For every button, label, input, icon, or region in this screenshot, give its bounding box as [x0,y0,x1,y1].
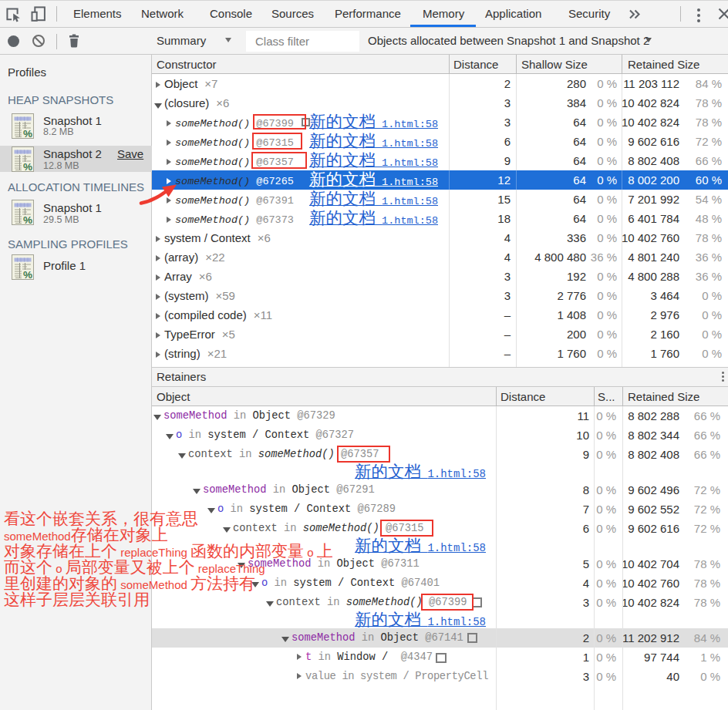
svg-text:%: % [23,161,32,172]
svg-text:%: % [23,269,32,280]
svg-text:%: % [23,214,32,225]
svg-text:%: % [23,128,32,139]
